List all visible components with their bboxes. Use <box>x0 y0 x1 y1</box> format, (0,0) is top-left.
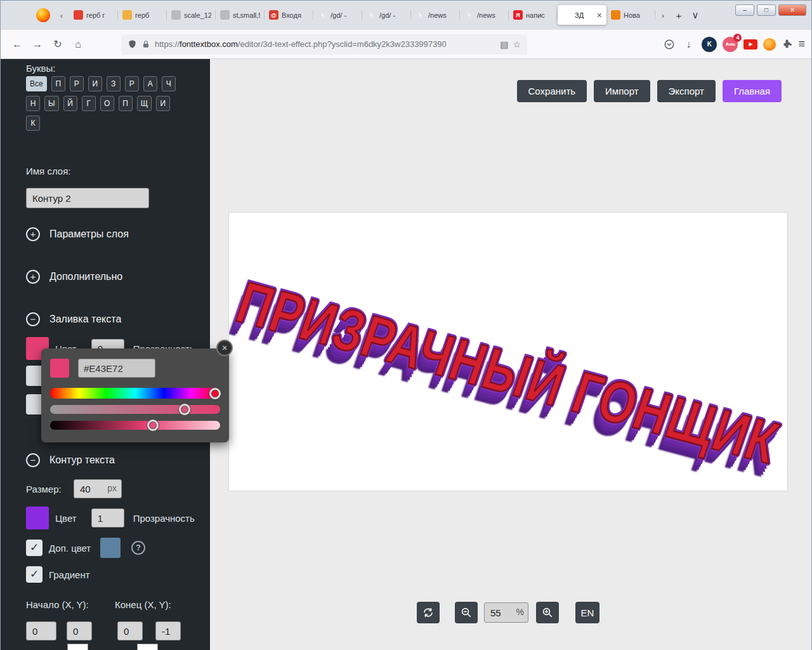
browser-tab[interactable]: Нова <box>606 5 655 25</box>
layer-name-input[interactable] <box>26 188 149 208</box>
shield-icon[interactable] <box>128 39 137 49</box>
letter-button[interactable]: А <box>143 76 157 91</box>
letter-button[interactable]: П <box>119 96 133 111</box>
letter-button[interactable]: Р <box>125 76 139 91</box>
gradient-start-x-input[interactable] <box>26 621 56 640</box>
extra-color-checkbox[interactable]: ✓ <box>26 540 43 556</box>
letter-button[interactable]: Все <box>26 76 47 91</box>
saturation-slider[interactable] <box>50 405 220 414</box>
letter-button[interactable]: Г <box>82 96 96 111</box>
expand-plus-icon[interactable]: + <box>26 227 40 241</box>
letter-button[interactable]: Щ <box>137 96 152 111</box>
letter-button[interactable]: К <box>26 116 40 131</box>
browser-tab[interactable]: ϟ/gd/ - <box>313 5 362 25</box>
hue-slider-handle[interactable] <box>209 388 221 399</box>
lightness-slider-handle[interactable] <box>147 420 159 431</box>
letter-button[interactable]: Ч <box>162 76 176 91</box>
picker-close-icon[interactable]: × <box>216 340 233 356</box>
downloads-icon[interactable]: ↓ <box>681 35 696 54</box>
letter-button[interactable]: О <box>100 96 114 111</box>
picker-hex-input[interactable] <box>78 359 155 378</box>
orange-extension-icon[interactable] <box>763 38 776 51</box>
youtube-icon[interactable]: ▶ <box>743 39 757 50</box>
section-extra[interactable]: + Дополнительно <box>26 270 122 284</box>
export-button[interactable]: Экспорт <box>657 80 716 102</box>
section-title: Заливка текста <box>49 314 121 325</box>
letter-button[interactable]: Ы <box>44 96 59 111</box>
browser-tab[interactable]: Янапис <box>509 5 558 25</box>
back-icon[interactable]: ← <box>7 35 27 54</box>
window-close-button[interactable]: × <box>778 4 806 16</box>
collapse-minus-icon[interactable]: − <box>26 453 40 467</box>
window-maximize-button[interactable]: □ <box>757 4 776 16</box>
forward-icon[interactable]: → <box>27 35 48 54</box>
help-icon[interactable]: ? <box>131 541 145 555</box>
orange-circle-favicon <box>611 10 620 20</box>
reload-icon[interactable]: ↻ <box>48 35 68 54</box>
outline-opacity-input[interactable] <box>91 508 124 527</box>
extensions-puzzle-icon[interactable] <box>782 39 792 50</box>
browser-tab[interactable]: BXЗД× <box>558 5 606 25</box>
address-bar[interactable]: https://fonttextbox.com/editor/3d-text-e… <box>121 34 527 55</box>
lock-icon[interactable] <box>141 40 150 49</box>
language-button[interactable]: EN <box>575 602 599 623</box>
zoom-out-button[interactable] <box>455 602 478 623</box>
tab-close-icon[interactable]: × <box>596 10 602 20</box>
letter-button[interactable]: Н <box>26 96 40 111</box>
gradient-coord-labels: Начало (X, Y): Конец (X, Y): <box>26 599 171 610</box>
outline-size-row: Размер: px <box>26 479 122 498</box>
save-button[interactable]: Сохранить <box>517 80 587 102</box>
saturation-slider-handle[interactable] <box>179 404 190 415</box>
window-controls: – □ × <box>735 4 806 16</box>
lightness-slider[interactable] <box>50 421 220 430</box>
menu-hamburger-icon[interactable]: ≡ <box>798 37 805 51</box>
tab-title: scale_1200 <box>184 11 211 19</box>
container-k-avatar[interactable]: K <box>702 37 717 52</box>
expand-plus-icon[interactable]: + <box>26 270 40 284</box>
gradient-end-y-input[interactable] <box>155 621 181 640</box>
browser-tab[interactable]: @Входя <box>265 5 313 25</box>
outline-color-swatch[interactable] <box>26 507 49 529</box>
home-icon[interactable]: ⌂ <box>68 35 88 54</box>
tab-title: /news <box>477 11 504 19</box>
home-button[interactable]: Главная <box>723 80 782 102</box>
letter-button[interactable]: П <box>51 76 65 91</box>
browser-tab[interactable]: ϟ/news <box>460 5 509 25</box>
browser-tab[interactable]: ϟ/news <box>411 5 460 25</box>
reader-mode-icon[interactable]: ▤ <box>500 39 508 50</box>
letter-button[interactable]: И <box>156 96 170 111</box>
letter-button[interactable]: З <box>107 76 121 91</box>
browser-tab[interactable]: герб <box>118 5 167 25</box>
hue-slider[interactable] <box>50 388 220 399</box>
section-text-fill[interactable]: − Заливка текста <box>26 312 121 326</box>
outline-extra-swatch[interactable] <box>100 538 121 558</box>
browser-tab[interactable]: ϟ/gd/ - <box>362 5 411 25</box>
zoom-in-button[interactable] <box>536 602 559 623</box>
browser-tab[interactable]: герб г <box>69 5 118 25</box>
gradient-checkbox[interactable]: ✓ <box>26 566 43 583</box>
refresh-button[interactable] <box>417 602 440 623</box>
collapse-minus-icon[interactable]: − <box>26 312 40 326</box>
tab-scroll-right-icon[interactable]: › <box>655 6 671 25</box>
tab-scroll-left-icon[interactable]: ‹ <box>54 6 69 25</box>
section-layer-params[interactable]: + Параметры слоя <box>26 227 129 241</box>
letter-button[interactable]: Р <box>70 76 84 91</box>
window-minimize-button[interactable]: – <box>735 4 754 16</box>
tab-title: /gd/ - <box>331 11 358 19</box>
import-button[interactable]: Импорт <box>594 80 650 102</box>
letter-button[interactable]: И <box>88 76 102 91</box>
text-effect-canvas[interactable]: ПРИЗРАЧНЫЙ ГОНЩИК <box>229 213 787 491</box>
bookmark-star-icon[interactable]: ☆ <box>513 39 521 50</box>
letter-button[interactable]: Й <box>63 96 77 111</box>
firefox-logo-button[interactable] <box>34 6 53 25</box>
tab-list-dropdown-icon[interactable]: ∨ <box>687 6 704 24</box>
gradient-end-x-input[interactable] <box>117 621 143 640</box>
browser-tab[interactable]: scale_1200 <box>167 5 216 25</box>
new-tab-button[interactable]: + <box>671 6 687 24</box>
pocket-icon[interactable] <box>664 39 675 50</box>
tab-title: Нова <box>624 11 651 19</box>
section-text-outline[interactable]: − Контур текста <box>26 453 115 467</box>
account-avatar[interactable]: Ань4 <box>723 37 738 52</box>
gradient-start-y-input[interactable] <box>67 621 92 640</box>
browser-tab[interactable]: st,small,50 <box>216 5 265 25</box>
